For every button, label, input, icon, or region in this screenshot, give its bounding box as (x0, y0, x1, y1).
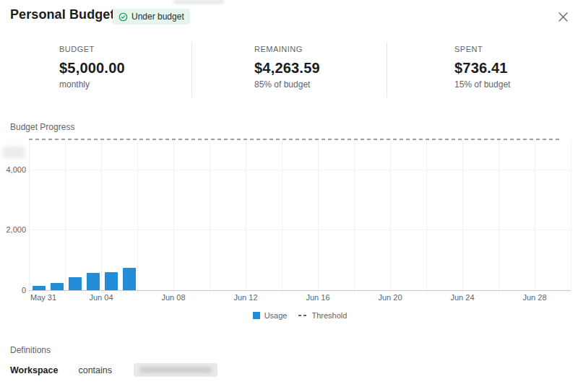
legend-dashed-line-icon (298, 315, 307, 316)
gridline-vertical (246, 141, 246, 293)
gridline-vertical (354, 141, 355, 293)
gridline-vertical (29, 141, 30, 293)
gridline-vertical (137, 141, 138, 293)
y-axis-tick-label: 0 (0, 286, 26, 295)
definition-field: Workspace (10, 365, 58, 375)
gridline-vertical (535, 141, 535, 293)
gridline-vertical (282, 141, 282, 293)
definition-value-redacted[interactable] (134, 363, 217, 377)
legend-item-usage[interactable]: Usage (253, 311, 288, 320)
threshold-line (29, 139, 561, 140)
chart-legend: UsageThreshold (29, 311, 571, 320)
gridline-vertical (210, 141, 210, 293)
legend-label: Usage (264, 311, 288, 320)
definition-operator: contains (78, 365, 112, 375)
y-axis-tick-label: 4,000 (0, 165, 26, 174)
legend-bar-swatch-icon (253, 312, 260, 319)
gridline-vertical (426, 141, 427, 293)
definitions-title: Definitions (10, 345, 51, 355)
x-axis-line (29, 290, 571, 291)
definition-row: Workspace contains (10, 363, 217, 377)
x-axis-tick-label: Jun 24 (450, 293, 474, 302)
legend-label: Threshold (311, 311, 347, 320)
x-axis-tick-label: Jun 28 (522, 293, 546, 302)
x-axis-tick-label: Jun 16 (306, 293, 329, 302)
usage-bar[interactable] (123, 268, 136, 290)
gridline-vertical (499, 141, 499, 293)
gridline-vertical (65, 141, 66, 293)
redaction-blur (139, 367, 212, 373)
gridline-vertical (462, 141, 463, 293)
budget-progress-chart: 02,0004,000May 31Jun 04Jun 08Jun 12Jun 1… (0, 0, 578, 332)
y-axis-tick-label: 2,000 (0, 225, 26, 234)
x-axis-tick-label: May 31 (30, 293, 56, 302)
usage-bar[interactable] (69, 277, 82, 290)
gridline-vertical (390, 141, 391, 293)
x-axis-tick-label: Jun 08 (161, 293, 185, 302)
gridline-vertical (101, 141, 102, 293)
usage-bar[interactable] (51, 283, 64, 290)
usage-bar[interactable] (33, 286, 46, 290)
usage-bar[interactable] (105, 272, 118, 290)
gridline-horizontal (29, 170, 571, 170)
x-axis-tick-label: Jun 12 (233, 293, 257, 302)
legend-item-threshold[interactable]: Threshold (298, 311, 347, 320)
gridline-vertical (173, 141, 174, 293)
redacted-axis-label (3, 147, 25, 158)
gridline-vertical (318, 141, 319, 293)
usage-bar[interactable] (87, 273, 100, 290)
x-axis-tick-label: Jun 04 (89, 293, 113, 302)
gridline-vertical (571, 141, 571, 293)
x-axis-tick-label: Jun 20 (378, 293, 402, 302)
gridline-horizontal (29, 230, 571, 230)
